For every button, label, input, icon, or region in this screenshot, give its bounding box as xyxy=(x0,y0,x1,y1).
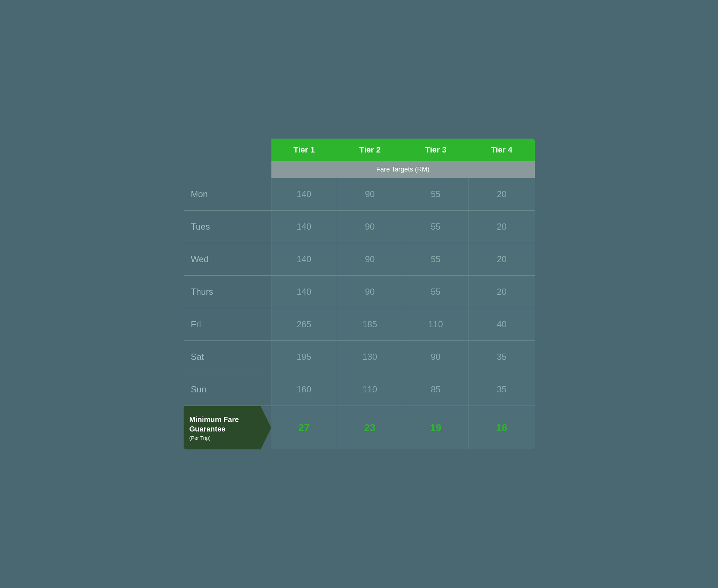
data-rows: Mon140905520Tues140905520Wed140905520Thu… xyxy=(184,178,535,406)
table-row: Mon140905520 xyxy=(184,178,535,210)
value-tier4: 40 xyxy=(469,308,535,340)
value-tier4: 20 xyxy=(469,243,535,275)
value-tier2: 90 xyxy=(337,178,403,210)
value-tier4: 35 xyxy=(469,373,535,406)
footer-label: Minimum FareGuarantee (Per Trip) xyxy=(184,406,271,449)
value-tier1: 195 xyxy=(271,341,337,373)
header-tier1: Tier 1 xyxy=(271,139,337,161)
value-tier4: 35 xyxy=(469,341,535,373)
value-tier3: 85 xyxy=(403,373,469,406)
value-tier2: 90 xyxy=(337,276,403,308)
footer-row: Minimum FareGuarantee (Per Trip) 27 23 1… xyxy=(184,406,535,449)
value-tier3: 55 xyxy=(403,178,469,210)
footer-value-tier2: 23 xyxy=(337,406,403,449)
footer-bold-label: Minimum FareGuarantee xyxy=(189,415,239,434)
value-tier1: 140 xyxy=(271,178,337,210)
table-row: Thurs140905520 xyxy=(184,275,535,308)
value-tier4: 20 xyxy=(469,211,535,243)
subheader-empty xyxy=(184,161,271,178)
header-tier3: Tier 3 xyxy=(403,139,469,161)
header-row: Tier 1 Tier 2 Tier 3 Tier 4 xyxy=(184,139,535,161)
header-tier2: Tier 2 xyxy=(337,139,403,161)
footer-value-tier1: 27 xyxy=(271,406,337,449)
day-label: Mon xyxy=(184,178,271,210)
value-tier3: 55 xyxy=(403,243,469,275)
table-row: Fri26518511040 xyxy=(184,308,535,340)
value-tier2: 90 xyxy=(337,243,403,275)
day-label: Tues xyxy=(184,211,271,243)
footer-value-tier4: 16 xyxy=(469,406,535,449)
table-row: Sun1601108535 xyxy=(184,373,535,406)
table-row: Tues140905520 xyxy=(184,210,535,243)
value-tier3: 110 xyxy=(403,308,469,340)
table-row: Wed140905520 xyxy=(184,243,535,275)
day-label: Thurs xyxy=(184,276,271,308)
day-label: Wed xyxy=(184,243,271,275)
footer-small-label: (Per Trip) xyxy=(189,435,239,441)
day-label: Fri xyxy=(184,308,271,340)
value-tier2: 185 xyxy=(337,308,403,340)
value-tier1: 140 xyxy=(271,243,337,275)
value-tier3: 55 xyxy=(403,211,469,243)
table-row: Sat1951309035 xyxy=(184,340,535,373)
fare-table: Tier 1 Tier 2 Tier 3 Tier 4 Fare Targets… xyxy=(184,139,535,449)
header-tier4: Tier 4 xyxy=(469,139,535,161)
subheader-row: Fare Targets (RM) xyxy=(184,161,535,178)
value-tier1: 265 xyxy=(271,308,337,340)
value-tier4: 20 xyxy=(469,178,535,210)
day-label: Sat xyxy=(184,341,271,373)
value-tier3: 55 xyxy=(403,276,469,308)
day-label: Sun xyxy=(184,373,271,406)
fare-targets-label: Fare Targets (RM) xyxy=(271,161,535,178)
value-tier1: 140 xyxy=(271,276,337,308)
value-tier2: 130 xyxy=(337,341,403,373)
value-tier2: 90 xyxy=(337,211,403,243)
value-tier3: 90 xyxy=(403,341,469,373)
value-tier1: 140 xyxy=(271,211,337,243)
value-tier4: 20 xyxy=(469,276,535,308)
header-empty-cell xyxy=(184,139,271,161)
value-tier1: 160 xyxy=(271,373,337,406)
value-tier2: 110 xyxy=(337,373,403,406)
footer-value-tier3: 19 xyxy=(403,406,469,449)
